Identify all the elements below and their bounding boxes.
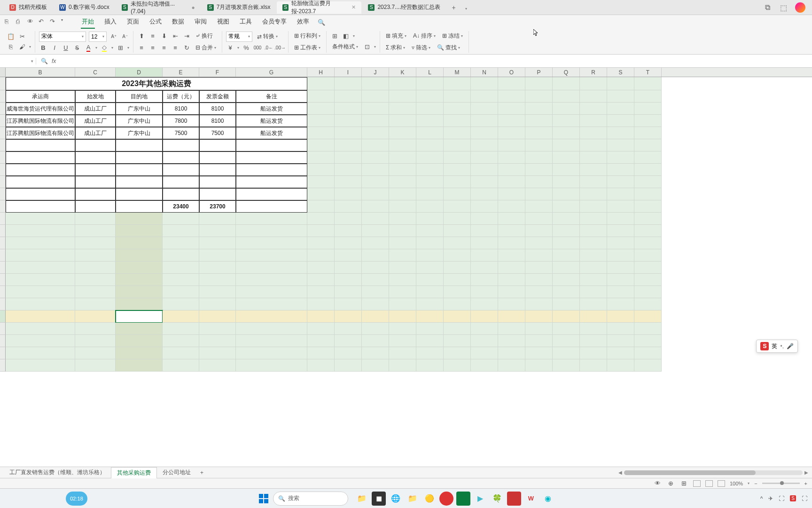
cell[interactable] bbox=[307, 347, 335, 359]
cell[interactable] bbox=[580, 225, 607, 237]
cell[interactable] bbox=[335, 286, 362, 298]
col-header[interactable]: N bbox=[471, 68, 498, 77]
cell[interactable] bbox=[75, 249, 116, 262]
cell[interactable] bbox=[389, 310, 416, 323]
cell[interactable] bbox=[335, 249, 362, 262]
cell[interactable] bbox=[607, 237, 634, 249]
cell[interactable] bbox=[607, 274, 634, 286]
col-header[interactable]: G bbox=[236, 68, 307, 77]
cell[interactable]: 8100 bbox=[199, 103, 236, 115]
cell[interactable] bbox=[444, 225, 471, 237]
cell[interactable] bbox=[580, 262, 607, 274]
cell[interactable] bbox=[553, 347, 580, 359]
table-header[interactable]: 备注 bbox=[236, 90, 307, 103]
cell[interactable] bbox=[199, 323, 236, 335]
tray-send-icon[interactable]: ✈ bbox=[768, 495, 773, 502]
cell[interactable] bbox=[163, 310, 199, 323]
select-all-corner[interactable] bbox=[0, 68, 6, 77]
cell[interactable] bbox=[580, 237, 607, 249]
cell[interactable] bbox=[553, 335, 580, 347]
cell[interactable] bbox=[307, 335, 335, 347]
cell[interactable] bbox=[416, 249, 444, 262]
cell[interactable]: 船运发货 bbox=[236, 103, 307, 115]
font-size-select[interactable]: 12▾ bbox=[89, 32, 107, 42]
cell[interactable] bbox=[6, 335, 75, 347]
cell[interactable] bbox=[75, 286, 116, 298]
cell[interactable]: 广东中山 bbox=[116, 115, 163, 127]
sheet-tab[interactable]: 工厂直发销售运费（维顺、潍坊乐格） bbox=[4, 467, 111, 478]
cell[interactable] bbox=[75, 262, 116, 274]
sheet-tab-active[interactable]: 其他采购运费 bbox=[111, 467, 157, 478]
cell[interactable] bbox=[362, 213, 389, 225]
cell[interactable] bbox=[444, 347, 471, 359]
cell[interactable] bbox=[553, 298, 580, 310]
currency-icon[interactable]: ¥ bbox=[226, 44, 234, 52]
start-button[interactable] bbox=[257, 492, 270, 505]
indent-right-icon[interactable]: ⇥ bbox=[182, 32, 191, 40]
menu-member[interactable]: 会员专享 bbox=[261, 16, 288, 29]
cell[interactable] bbox=[553, 286, 580, 298]
cell[interactable] bbox=[362, 286, 389, 298]
preview-icon[interactable]: 👁 bbox=[27, 18, 36, 26]
cell[interactable] bbox=[236, 225, 307, 237]
cell[interactable] bbox=[498, 225, 525, 237]
cell[interactable] bbox=[634, 237, 662, 249]
cell[interactable] bbox=[580, 274, 607, 286]
cell[interactable] bbox=[416, 225, 444, 237]
cell[interactable] bbox=[471, 225, 498, 237]
cell[interactable] bbox=[607, 347, 634, 359]
col-header-selected[interactable]: D bbox=[116, 68, 163, 77]
decrease-font-icon[interactable]: A⁻ bbox=[121, 32, 129, 41]
cell[interactable] bbox=[389, 213, 416, 225]
cell[interactable] bbox=[634, 274, 662, 286]
col-header[interactable]: T bbox=[634, 68, 662, 77]
cell[interactable]: 成山工厂 bbox=[75, 103, 116, 115]
cell[interactable] bbox=[525, 225, 553, 237]
rowcol-button[interactable]: ⊞行和列▾ bbox=[292, 31, 322, 41]
cell[interactable] bbox=[580, 359, 607, 372]
table-header[interactable]: 始发地 bbox=[75, 90, 116, 103]
close-icon[interactable]: ✕ bbox=[351, 4, 356, 10]
cell[interactable] bbox=[580, 213, 607, 225]
col-header[interactable]: J bbox=[362, 68, 389, 77]
taskbar-app[interactable]: 🍀 bbox=[490, 492, 504, 506]
doc-tab-active[interactable]: S轮胎物流运费月报-2023.7✕ bbox=[277, 1, 361, 14]
name-box-dropdown[interactable]: ▾ bbox=[28, 59, 36, 64]
cell[interactable] bbox=[163, 286, 199, 298]
cell[interactable] bbox=[389, 262, 416, 274]
cell[interactable] bbox=[553, 225, 580, 237]
cell[interactable] bbox=[580, 347, 607, 359]
menu-insert[interactable]: 插入 bbox=[103, 16, 117, 29]
cell[interactable]: 成山工厂 bbox=[75, 127, 116, 139]
eye-icon[interactable]: 👁 bbox=[654, 479, 662, 488]
taskbar-app[interactable]: ◼ bbox=[372, 492, 386, 506]
cell[interactable] bbox=[471, 298, 498, 310]
cell[interactable] bbox=[163, 274, 199, 286]
cell[interactable] bbox=[580, 249, 607, 262]
cell[interactable]: 江苏腾航国际物流有限公司 bbox=[6, 127, 75, 139]
package-icon[interactable]: ⬚ bbox=[780, 3, 789, 12]
comma-icon[interactable]: 000 bbox=[253, 44, 262, 52]
target-icon[interactable]: ⊕ bbox=[667, 479, 675, 488]
cell[interactable] bbox=[75, 335, 116, 347]
cell[interactable] bbox=[444, 262, 471, 274]
cell[interactable] bbox=[307, 323, 335, 335]
tray-ime-icon[interactable]: S bbox=[790, 495, 796, 501]
bold-button[interactable]: B bbox=[39, 44, 47, 52]
cell[interactable] bbox=[416, 213, 444, 225]
cell[interactable] bbox=[634, 249, 662, 262]
cell[interactable] bbox=[525, 335, 553, 347]
taskbar-app[interactable] bbox=[456, 492, 470, 506]
number-format-select[interactable]: 常规▾ bbox=[226, 32, 252, 42]
cell[interactable] bbox=[553, 359, 580, 372]
cell[interactable] bbox=[471, 249, 498, 262]
cell[interactable] bbox=[525, 249, 553, 262]
font-color-button[interactable]: A bbox=[84, 44, 93, 52]
cell[interactable] bbox=[471, 213, 498, 225]
decrease-decimal-icon[interactable]: .0← bbox=[265, 44, 273, 52]
name-box[interactable] bbox=[0, 56, 28, 66]
tab-list-dropdown[interactable]: ▾ bbox=[461, 4, 472, 11]
cell[interactable] bbox=[607, 298, 634, 310]
cell[interactable]: 威海世海货运代理有限公司 bbox=[6, 103, 75, 115]
cell[interactable] bbox=[236, 213, 307, 225]
